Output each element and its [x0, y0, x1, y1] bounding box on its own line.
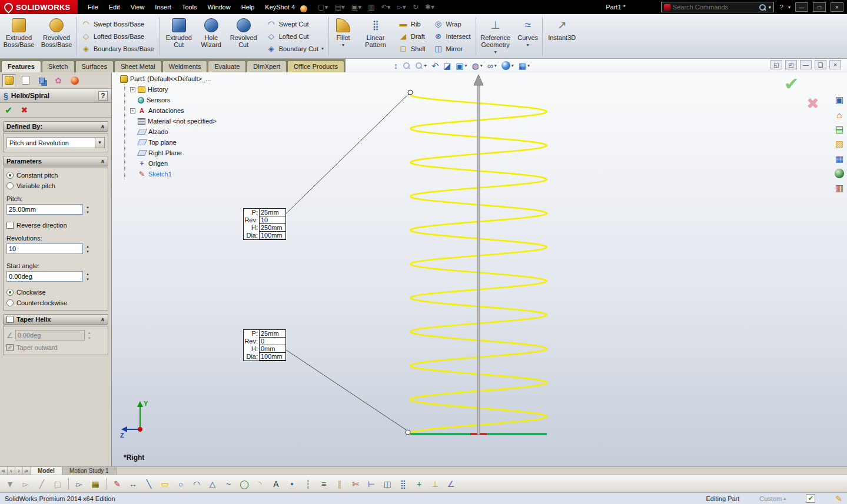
lofted-cut-button[interactable]: ◇Lofted Cut [267, 31, 324, 42]
point-icon[interactable]: • [287, 479, 297, 489]
pm-cancel-button[interactable]: ✖ [21, 105, 28, 115]
doc-close-button[interactable]: × [829, 60, 841, 69]
smart-dimension-icon[interactable]: ↔ [128, 479, 138, 489]
helix-endpoint-top[interactable] [408, 90, 413, 95]
instant3d-button[interactable]: ↗ Instant3D [543, 15, 581, 57]
tab-evaluate[interactable]: Evaluate [208, 61, 246, 72]
mirror-entities-icon[interactable]: ◫ [382, 479, 393, 489]
tree-item-material[interactable]: Material <not specified> [130, 116, 267, 126]
doc-minimize-button[interactable]: — [800, 60, 812, 69]
search-icon[interactable] [759, 4, 766, 11]
tab-scroll-prev-button[interactable]: ‹ [8, 467, 15, 475]
taper-helix-checkbox[interactable] [6, 316, 14, 323]
sketch-icon[interactable]: ✎ [112, 479, 122, 489]
select-tool-icon[interactable]: ▻ [74, 479, 85, 489]
close-button[interactable]: × [831, 2, 843, 12]
confirm-cancel-icon[interactable]: ✖ [806, 95, 819, 113]
pm-help-button[interactable]: ? [98, 91, 108, 101]
maximize-button[interactable]: □ [813, 2, 826, 12]
polygon-icon[interactable]: △ [207, 479, 218, 489]
shell-button[interactable]: ◻Shell [398, 43, 425, 55]
tree-root[interactable]: Part1 (Default<<Default>_... [120, 74, 267, 84]
radio-icon[interactable] [6, 289, 14, 296]
selection-filter-icon[interactable]: ▼ [5, 479, 15, 489]
callout-value[interactable]: 100mm [259, 352, 286, 361]
swept-boss-base-button[interactable]: ◠Swept Boss/Base [81, 18, 154, 30]
dropdown-icon[interactable]: ▾ [527, 43, 529, 48]
centerpoint-arc-icon[interactable]: ◠ [191, 479, 202, 489]
lofted-boss-base-button[interactable]: ◇Lofted Boss/Base [81, 31, 154, 42]
draft-button[interactable]: ◢Draft [398, 31, 425, 42]
menu-edit[interactable]: Edit [104, 1, 125, 13]
clockwise-option[interactable]: Clockwise [6, 289, 105, 296]
dimxpertmanager-tab[interactable]: ✿ [52, 74, 65, 87]
callout-value[interactable]: 25mm [259, 329, 286, 338]
axis-arrow-shaft[interactable] [477, 84, 480, 435]
hole-wizard-button[interactable]: Hole Wizard [198, 15, 225, 57]
tab-scroll-first-button[interactable]: « [0, 467, 8, 475]
tree-item-origin[interactable]: +Origen [130, 158, 267, 169]
taper-helix-header[interactable]: Taper Helix ∧ [3, 314, 108, 325]
collapse-icon[interactable]: ∧ [101, 316, 105, 322]
callout-value[interactable]: 100mm [259, 231, 286, 239]
display-style-icon[interactable]: ◍▾ [472, 61, 483, 71]
menu-view[interactable]: View [125, 1, 150, 13]
appearances-scenes-icon[interactable] [834, 168, 845, 179]
expand-icon[interactable]: + [130, 87, 135, 92]
collapse-icon[interactable]: ∧ [101, 158, 105, 164]
doc-restore-button[interactable]: ❑ [815, 60, 826, 69]
minimize-button[interactable]: — [795, 2, 808, 12]
reference-geometry-button[interactable]: ⊥ Reference Geometry ▾ [477, 15, 514, 57]
new-document-icon[interactable]: ▢▾ [318, 3, 328, 11]
callout-value[interactable]: 0mm [259, 345, 286, 353]
revolutions-stepper[interactable]: ▲▼ [85, 244, 91, 254]
helix-callout-top[interactable]: P:25mm Rev:10 H:250mm Dia:100mm [243, 208, 286, 240]
menu-window[interactable]: Window [202, 1, 236, 13]
displaymanager-tab[interactable] [68, 74, 81, 87]
boundary-cut-button[interactable]: ◈Boundary Cut▾ [267, 43, 324, 55]
curves-button[interactable]: ≈ Instant3D Curves ▾ [514, 15, 542, 57]
motion-study-tab[interactable]: Motion Study 1 [62, 467, 117, 475]
configurationmanager-tab[interactable] [35, 74, 48, 87]
spline-icon[interactable]: ~ [223, 479, 234, 489]
model-tab[interactable]: Model [31, 467, 62, 475]
zoom-to-fit-icon[interactable] [403, 62, 410, 69]
previous-view-icon[interactable]: ↶ [431, 61, 439, 71]
solidworks-resources-icon[interactable]: ▣ [834, 95, 845, 105]
start-angle-stepper[interactable]: ▲▼ [85, 272, 91, 282]
zoom-to-area-icon[interactable]: + [415, 62, 427, 69]
undo-icon[interactable]: ↶▾ [381, 3, 391, 11]
menu-tools[interactable]: Tools [177, 1, 202, 13]
offset-entities-icon[interactable]: ∥ [334, 479, 345, 489]
menu-keyshot[interactable]: KeyShot 4 [260, 1, 300, 13]
boundary-boss-base-button[interactable]: ◈Boundary Boss/Base [81, 43, 154, 55]
window-arrange-icon[interactable]: ◰ [785, 60, 797, 69]
tree-item-sketch1[interactable]: ✎Sketch1 [130, 169, 267, 179]
status-check-icon[interactable]: ✔ [806, 494, 815, 503]
rib-button[interactable]: ▬Rib [398, 18, 425, 30]
callout-value[interactable]: 250mm [259, 223, 286, 232]
defined-by-select[interactable]: Pitch and Revolution ▼ [6, 137, 105, 148]
extruded-cut-button[interactable]: Extruded Cut [160, 15, 198, 57]
checkbox-icon[interactable] [6, 222, 14, 229]
tab-scroll-next-button[interactable]: › [15, 467, 23, 475]
line-icon[interactable]: ╲ [144, 479, 154, 489]
ellipse-icon[interactable]: ◯ [239, 479, 250, 489]
select-icon[interactable]: ▻▾ [397, 3, 406, 11]
dropdown-icon[interactable]: ▾ [494, 50, 497, 55]
dropdown-icon[interactable]: ▾ [321, 46, 324, 51]
corner-rectangle-icon[interactable]: ▭ [160, 479, 170, 489]
display-relations-icon[interactable]: ⊥ [430, 479, 440, 489]
defined-by-header[interactable]: Defined By: ∧ [3, 121, 108, 132]
propertymanager-tab[interactable] [2, 74, 15, 87]
reverse-direction-option[interactable]: Reverse direction [6, 222, 105, 229]
featuremanager-tab[interactable] [19, 74, 32, 87]
tree-item-alzado[interactable]: Alzado [130, 126, 267, 137]
filter-faces-icon[interactable]: ▢ [52, 479, 63, 489]
centerline-icon[interactable]: ┆ [303, 479, 313, 489]
pm-ok-button[interactable]: ✔ [5, 105, 12, 116]
variable-pitch-option[interactable]: Variable pitch [6, 182, 105, 189]
expand-icon[interactable]: + [130, 108, 135, 114]
view-palette-icon[interactable]: ▦ [834, 153, 845, 164]
tab-features[interactable]: Features [1, 61, 41, 72]
